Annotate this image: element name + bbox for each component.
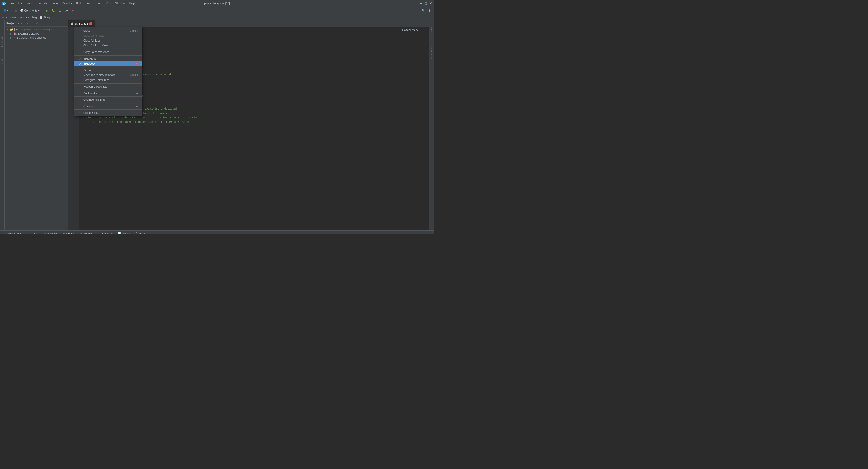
stop-button[interactable]: ■ — [71, 8, 75, 13]
run-button[interactable]: ▶ — [45, 8, 50, 13]
menu-edit[interactable]: Edit — [16, 1, 24, 5]
structure-label[interactable]: Structure — [1, 56, 3, 65]
ctx-override-filetype[interactable]: Override File Type — [74, 97, 142, 102]
menu-navigate[interactable]: Navigate — [35, 1, 49, 5]
maximize-button[interactable]: □ — [424, 2, 427, 5]
ctx-open-in[interactable]: Open In ▶ — [74, 104, 142, 109]
menu-tools[interactable]: Tools — [94, 1, 103, 5]
ctx-pin-tab[interactable]: Pin Tab — [74, 68, 142, 73]
tree-item-extlibs[interactable]: ▶ 📚 External Libraries — [4, 32, 67, 36]
breadcrumb-javabase[interactable]: java.base — [11, 16, 22, 19]
terminal-icon: ▶ — [63, 232, 65, 234]
toolbar-profile-btn[interactable]: 👤▾ — [2, 8, 9, 13]
ctx-close-all-tabs[interactable]: Close All Tabs — [74, 38, 142, 43]
ctx-move-tab[interactable]: Move Tab to New Window Shift+F4 — [74, 73, 142, 78]
ctx-sep-3 — [74, 67, 142, 67]
title-bar: ☕ File Edit View Navigate Code Refactor … — [0, 0, 434, 7]
ctx-configure-tabs[interactable]: Configure Editor Tabs... — [74, 78, 142, 82]
run-config-btn[interactable]: ⚙▾ — [63, 8, 70, 13]
sidebar-locate-icon[interactable]: ⊕ — [21, 22, 24, 25]
tree-arrow-scratches: ▶ — [10, 37, 13, 39]
tree-item-java[interactable]: ▼ 📁 java D:\projects\java\ittimeline\jav… — [4, 28, 67, 32]
ctx-gist-label: Create Gist... — [83, 111, 138, 114]
sidebar-dropdown-icon[interactable]: ▾ — [18, 22, 19, 25]
menu-help[interactable]: Help — [127, 1, 136, 5]
close-button[interactable]: ✕ — [429, 2, 432, 5]
ctx-split-down[interactable]: ⬡ Split Down 2 — [74, 61, 142, 66]
tab-more-button[interactable]: ⋮ — [423, 20, 429, 27]
window-title: java - String.java [17] — [204, 2, 230, 5]
toolbar-back-btn[interactable]: ◁ — [13, 8, 18, 13]
breadcrumb-lang[interactable]: lang — [32, 16, 37, 19]
sidebar-expand-icon[interactable]: ⋮ — [31, 22, 34, 25]
sidebar-close-icon[interactable]: — — [40, 22, 44, 25]
menu-build[interactable]: Build — [74, 1, 84, 5]
coverage-button[interactable]: ⬡ — [57, 8, 62, 13]
debug-button[interactable]: 🐛 — [51, 8, 57, 13]
breadcrumb-srczip[interactable]: src.zip — [2, 16, 9, 19]
tree-arrow-extlibs: ▶ — [10, 33, 13, 35]
ctx-close-all-label: Close All Tabs — [83, 39, 138, 42]
autobuild-icon: △ — [98, 232, 100, 234]
breadcrumb-string[interactable]: String — [43, 16, 50, 19]
ctx-reopen-tab[interactable]: Reopen Closed Tab — [74, 84, 142, 89]
menu-view[interactable]: View — [25, 1, 34, 5]
bottom-build[interactable]: 🔨 Build — [134, 232, 146, 234]
ctx-bookmarks-label: Bookmarks — [83, 92, 134, 95]
bottom-profiler[interactable]: 📊 Profiler — [117, 232, 131, 234]
right-strip: Database Notifications — [429, 20, 434, 230]
menu-window[interactable]: Window — [114, 1, 127, 5]
bookmarks-label[interactable]: Bookmarks — [1, 36, 3, 47]
bottom-services[interactable]: ◉ Services — [80, 232, 94, 234]
notifications-label[interactable]: Notifications — [430, 45, 434, 61]
menu-refactor[interactable]: Refactor — [60, 1, 74, 5]
ctx-reopen-label: Reopen Closed Tab — [83, 85, 138, 88]
sidebar-tree: ▼ 📁 java D:\projects\java\ittimeline\jav… — [4, 27, 67, 230]
left-strip: Bookmarks Structure — [0, 20, 4, 230]
breadcrumb-icon: ☕ — [39, 16, 43, 19]
bottom-problems[interactable]: ⚠ Problems — [43, 232, 58, 234]
main-layout: Bookmarks Structure Project ▾ ⊕ ≡ ⋮ ⚙ — … — [0, 20, 434, 230]
ctx-open-in-arrow: ▶ — [136, 105, 138, 108]
todo-label: TODO — [31, 232, 39, 235]
ctx-create-gist[interactable]: ⬛ Create Gist... — [74, 110, 142, 115]
ctx-split-right-icon: ⬡ — [78, 57, 82, 60]
ctx-close-others[interactable]: Close Other Tabs — [74, 33, 142, 38]
tab-java-icon: ☕ — [70, 22, 74, 25]
menu-vcs[interactable]: VCS — [104, 1, 113, 5]
bottom-autobuild[interactable]: △ Auto-build — [98, 232, 114, 234]
toolbar-separator-1 — [11, 8, 11, 13]
ctx-close-readonly[interactable]: Close All Read-Only — [74, 43, 142, 48]
ctx-close[interactable]: Close Ctrl+F4 — [74, 28, 142, 33]
ctx-bookmarks[interactable]: Bookmarks ▶ — [74, 91, 142, 96]
ctx-split-right[interactable]: ⬡ Split Right — [74, 56, 142, 61]
menu-code[interactable]: Code — [50, 1, 60, 5]
ctx-copy-path[interactable]: Copy Path/Reference... — [74, 49, 142, 55]
sidebar-settings-icon[interactable]: ⚙ — [35, 22, 39, 25]
sidebar-title: Project — [6, 22, 16, 25]
sidebar-collapse-icon[interactable]: ≡ — [26, 22, 29, 25]
ctx-open-in-label: Open In — [83, 105, 134, 108]
menu-run[interactable]: Run — [85, 1, 93, 5]
breadcrumb: src.zip › java.base › java › lang › ☕ St… — [0, 14, 434, 20]
ctx-split-right-label: Split Right — [83, 57, 138, 60]
tab-string-java[interactable]: ☕ String.java 1 — [68, 20, 95, 27]
tab-badge: 1 — [89, 22, 92, 25]
profiler-label: Profiler — [122, 232, 130, 235]
minimize-button[interactable]: ─ — [419, 2, 422, 5]
settings-button[interactable]: ⚙ — [427, 8, 432, 13]
breadcrumb-java[interactable]: java — [25, 16, 29, 19]
database-label[interactable]: Database — [430, 23, 434, 36]
menu-file[interactable]: File — [8, 1, 16, 5]
ctx-split-down-label: Split Down — [83, 62, 132, 65]
bottom-terminal[interactable]: ▶ Terminal — [62, 232, 76, 234]
tree-item-scratches[interactable]: ▶ ✎ Scratches and Consoles — [4, 36, 67, 40]
tree-path-java: D:\projects\java\ittimeline\java — [21, 28, 54, 31]
sidebar-icons: ⊕ ≡ ⋮ ⚙ — — [21, 22, 44, 25]
bottom-todo[interactable]: ≡ TODO — [28, 232, 39, 235]
bottom-version-control[interactable]: ⎇ Version Control — [2, 232, 24, 234]
sidebar-header: Project ▾ ⊕ ≡ ⋮ ⚙ — — [4, 20, 67, 27]
breadcrumb-sep-3: › — [30, 16, 31, 19]
toolbar-comments-btn[interactable]: 💬 Comments ▾ — [19, 8, 41, 13]
search-button[interactable]: 🔍 — [420, 8, 426, 13]
